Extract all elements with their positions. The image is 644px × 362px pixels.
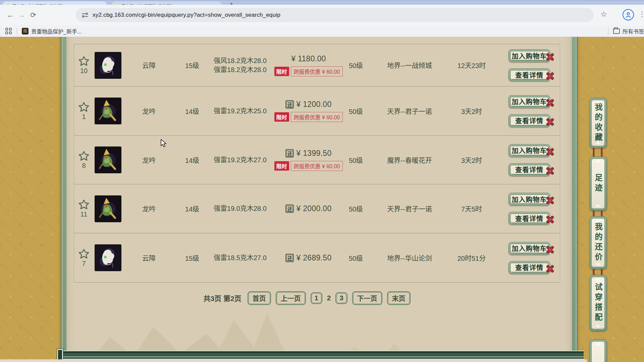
item-name: 云障: [122, 60, 175, 70]
mouse-cursor: [160, 139, 168, 148]
browser-chrome: 藏宝阁_《大话西游2经典版》 × 藏宝阁_《大话西游2经典版》 × + ← → …: [0, 0, 644, 37]
tab-strip: 藏宝阁_《大话西游2经典版》 × 藏宝阁_《大话西游2经典版》 × +: [0, 0, 644, 5]
counter-offer-badge: 还: [285, 100, 294, 109]
favorite-count: 1: [82, 113, 86, 121]
sidebar-tab-try-on[interactable]: 试穿搭配: [589, 275, 607, 331]
table-row: 1 龙吟 14级 强雷19.2克木25.0 还 ¥ 1200.00 限时 跨服费…: [74, 86, 560, 136]
sidebar-tab-valuation[interactable]: 估价: [589, 339, 607, 362]
thread-decoration: [593, 269, 594, 275]
server-name: 天界--君子一诺: [366, 204, 453, 214]
table-row: 8 龙吟 14级 强雷19.2克木27.0 还 ¥ 1399.50 限时 跨服费…: [74, 136, 560, 184]
time-left: 7天5时: [453, 204, 490, 214]
item-image[interactable]: [95, 147, 121, 173]
item-attr: 强雷19.2克木27.0: [214, 156, 267, 165]
sidebar-tab-my-counteroffers[interactable]: 我的还价: [589, 216, 607, 269]
bookmark-favicon-icon: 阁: [22, 28, 29, 35]
sidebar-tab-my-favorites[interactable]: 我的收藏: [589, 98, 607, 148]
site-controls-icon[interactable]: [81, 11, 89, 19]
bookmark-star-icon[interactable]: ☆: [600, 10, 607, 19]
item-attr: 强雷18.5克木27.0: [214, 253, 267, 262]
add-to-cart-button[interactable]: 加入购物车: [508, 242, 550, 255]
price: ¥ 2689.50: [296, 253, 331, 262]
last-page-button[interactable]: 末页: [387, 291, 411, 305]
apps-grid-icon[interactable]: [5, 28, 12, 35]
item-attr: 强风18.2克木28.0: [214, 56, 267, 65]
server-name: 地界--一战倾城: [366, 60, 453, 70]
new-tab-button[interactable]: +: [227, 1, 235, 5]
view-details-button[interactable]: 查看详情: [508, 163, 550, 176]
limited-badge: 限时: [274, 161, 289, 171]
knot-decoration-icon: [545, 245, 555, 254]
sidebar-tab-label: 足迹: [592, 174, 604, 194]
price: ¥ 1180.00: [291, 54, 326, 63]
thread-decoration: [601, 211, 602, 216]
server-name: 魔界--春暖花开: [366, 155, 453, 165]
forward-icon[interactable]: →: [16, 9, 28, 21]
required-level: 50级: [346, 60, 366, 70]
add-to-cart-button[interactable]: 加入购物车: [508, 144, 550, 157]
required-level: 50级: [346, 253, 366, 263]
item-image[interactable]: [95, 245, 121, 271]
item-attr: 强雷18.2克木28.0: [214, 65, 267, 74]
bottom-strip: [0, 359, 587, 362]
view-details-button[interactable]: 查看详情: [508, 261, 550, 274]
bookmark-item[interactable]: 阁 贵重物品保护_新手...: [22, 27, 82, 35]
thread-decoration: [593, 148, 594, 157]
favorite-star-icon[interactable]: [78, 102, 90, 112]
folder-icon: [613, 28, 620, 34]
all-bookmarks-label[interactable]: 所有书签: [623, 27, 644, 35]
item-attr: 强雷19.2克木25.0: [214, 107, 267, 116]
back-icon[interactable]: ←: [5, 9, 16, 21]
url-text[interactable]: xy2.cbg.163.com/cgi-bin/equipquery.py?ac…: [93, 12, 280, 18]
time-left: 3天2时: [453, 106, 490, 116]
knot-decoration-icon: [545, 52, 555, 62]
favorite-star-icon[interactable]: [78, 56, 90, 66]
browser-tab-inactive[interactable]: 藏宝阁_《大话西游2经典版》 ×: [112, 1, 222, 5]
page-summary: 共3页 第2页: [203, 293, 241, 303]
item-image[interactable]: [95, 52, 121, 78]
reload-icon[interactable]: ⟳: [28, 9, 39, 21]
server-name: 天界--君子一诺: [366, 106, 453, 116]
add-to-cart-button[interactable]: 加入购物车: [508, 95, 550, 108]
page-3-button[interactable]: 3: [335, 292, 347, 304]
current-page: 2: [327, 294, 331, 302]
prev-page-button[interactable]: 上一页: [276, 291, 306, 305]
discount-note: 跨服费优惠 ¥ 60.00: [291, 66, 343, 76]
next-page-button[interactable]: 下一页: [352, 291, 382, 305]
thread-decoration: [601, 148, 602, 157]
sidebar-tab-label: 我的收藏: [592, 103, 604, 143]
add-to-cart-button[interactable]: 加入购物车: [508, 49, 550, 62]
favorite-count: 8: [82, 162, 86, 170]
item-level: 14级: [175, 204, 209, 214]
view-details-button[interactable]: 查看详情: [508, 68, 550, 81]
add-to-cart-button[interactable]: 加入购物车: [508, 193, 550, 205]
footer-banner: [62, 351, 584, 359]
table-row: 11 龙吟 14级 强雷19.0克木28.0 还 ¥ 2000.00 50级 天…: [74, 184, 560, 233]
item-attr: 强雷19.0克木28.0: [214, 204, 267, 213]
favorite-star-icon[interactable]: [78, 150, 90, 161]
page-1-button[interactable]: 1: [311, 292, 322, 304]
browser-tab-active[interactable]: 藏宝阁_《大话西游2经典版》 ×: [3, 1, 107, 5]
address-bar[interactable]: xy2.cbg.163.com/cgi-bin/equipquery.py?ac…: [76, 8, 594, 22]
item-name: 龙吟: [122, 155, 175, 165]
required-level: 50级: [346, 106, 366, 116]
view-details-button[interactable]: 查看详情: [508, 114, 550, 127]
sidebar-tab-footprints[interactable]: 足迹: [589, 157, 607, 211]
item-level: 15级: [175, 253, 209, 263]
item-level: 15级: [175, 60, 209, 70]
browser-menu-icon[interactable]: ⋮: [639, 10, 644, 18]
view-details-button[interactable]: 查看详情: [508, 212, 550, 225]
item-image[interactable]: [95, 98, 121, 124]
pagination: 共3页 第2页 首页 上一页 1 2 3 下一页 末页: [74, 292, 540, 304]
sidebar-tab-label: 我的还价: [592, 223, 604, 263]
bookmark-label: 贵重物品保护_新手...: [31, 27, 82, 35]
time-left: 12天23时: [453, 60, 490, 70]
item-image[interactable]: [95, 196, 121, 222]
server-name: 地界--华山论剑: [366, 253, 453, 263]
favorite-star-icon[interactable]: [78, 248, 90, 259]
discount-note: 跨服费优惠 ¥ 60.00: [291, 112, 343, 122]
profile-avatar[interactable]: [623, 9, 634, 20]
item-level: 14级: [175, 106, 209, 116]
first-page-button[interactable]: 首页: [248, 291, 271, 305]
favorite-star-icon[interactable]: [78, 199, 90, 210]
